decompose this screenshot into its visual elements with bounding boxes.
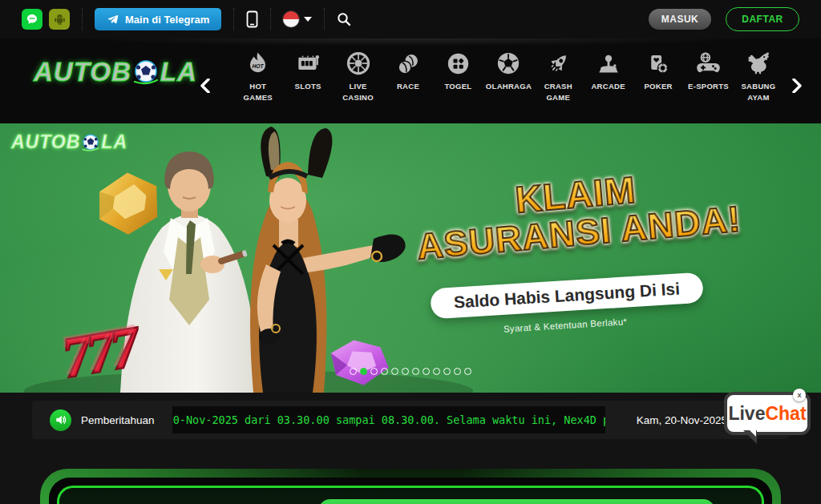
- indonesia-flag-icon: [283, 11, 299, 27]
- flame-hot-icon: HOT: [247, 48, 269, 75]
- hero-banner-slide[interactable]: 777 777 AUTOB LA KLAIM ASURANSI ANDA! Sa…: [0, 123, 821, 393]
- soccer-ball-icon: [496, 48, 520, 75]
- logo-text-right: LA: [160, 57, 197, 87]
- top-bar: Main di Telegram MASUK DAFTAR: [0, 0, 821, 38]
- livechat-label-live: Live: [728, 403, 765, 425]
- bottom-frame-green-border: [57, 486, 764, 504]
- mobile-phone-icon[interactable]: [246, 10, 258, 28]
- nav-item-label: ARCADE: [586, 81, 631, 92]
- divider: [82, 8, 83, 30]
- nav-item-sabung-ayam[interactable]: SABUNG AYAM: [734, 48, 783, 104]
- speaker-icon: [50, 409, 71, 431]
- nav-item-hot-games[interactable]: HOT HOT GAMES: [234, 48, 282, 104]
- nav-item-label: CRASH GAME: [536, 81, 580, 104]
- nav-item-label: POKER: [636, 81, 681, 92]
- soccer-ball-logo-icon: [132, 58, 160, 86]
- nav-item-label: TOGEL: [435, 81, 480, 92]
- topbar-right-group: MASUK DAFTAR: [649, 7, 799, 31]
- nav-item-esports[interactable]: E-SPORTS: [685, 48, 733, 104]
- carousel-dot-4[interactable]: [391, 368, 398, 375]
- nav-item-togel[interactable]: TOGEL: [434, 48, 482, 104]
- livechat-button[interactable]: LiveChat x: [724, 392, 811, 435]
- livechat-label-chat: Chat: [765, 403, 806, 425]
- notification-bar: Pemberitahuan 20-Nov-2025 dari 03.30.00 …: [32, 401, 789, 439]
- nav-scroll-right-button[interactable]: [789, 75, 805, 96]
- language-selector[interactable]: [283, 11, 312, 27]
- divider: [233, 8, 234, 30]
- search-icon[interactable]: [337, 12, 351, 26]
- bottom-frame-inner-band: [49, 478, 772, 504]
- livechat-widget: LiveChat x: [724, 392, 814, 435]
- carousel-dot-3[interactable]: [381, 368, 388, 375]
- topbar-left-group: Main di Telegram: [22, 8, 351, 30]
- svg-text:HOT: HOT: [253, 63, 265, 69]
- rocket-icon: [547, 48, 570, 75]
- notification-label: Pemberitahuan: [81, 414, 155, 426]
- nav-item-slots[interactable]: SLOTS: [284, 48, 332, 104]
- nav-item-label: SABUNG AYAM: [736, 81, 781, 104]
- carousel-dot-1[interactable]: [360, 368, 367, 375]
- race-balls-icon: [397, 48, 419, 75]
- nav-item-label: OLAHRAGA: [486, 81, 531, 92]
- carousel-dot-6[interactable]: [412, 368, 419, 375]
- carousel-dot-7[interactable]: [423, 368, 430, 375]
- nav-scroll-left-button[interactable]: [197, 75, 213, 96]
- carousel-dot-2[interactable]: [370, 368, 378, 375]
- livechat-bubble-tail: [743, 430, 757, 444]
- soccer-ball-logo-icon: [81, 133, 100, 152]
- nav-item-arcade[interactable]: ARCADE: [584, 48, 633, 104]
- chevron-down-icon: [304, 17, 312, 22]
- nav-item-label: SLOTS: [285, 81, 330, 92]
- gamepad-globe-icon: [696, 48, 721, 75]
- carousel-dot-10[interactable]: [454, 368, 461, 375]
- register-button[interactable]: DAFTAR: [726, 7, 799, 31]
- carousel-dot-8[interactable]: [433, 368, 440, 375]
- nav-item-label: RACE: [386, 81, 431, 92]
- nav-item-race[interactable]: RACE: [384, 48, 432, 104]
- rooster-icon: [747, 48, 770, 75]
- notification-marquee: 20-Nov-2025 dari 03.30.00 sampai 08.30.0…: [172, 406, 605, 433]
- nav-menu: HOT HOT GAMES SLOTS LIVE CASINO RACE: [234, 48, 783, 104]
- telegram-button[interactable]: Main di Telegram: [95, 8, 221, 30]
- bottom-frame-green-pill: [318, 499, 715, 504]
- login-button[interactable]: MASUK: [649, 9, 711, 30]
- notification-marquee-text: 20-Nov-2025 dari 03.30.00 sampai 08.30.0…: [172, 413, 605, 426]
- nav-item-crash-game[interactable]: CRASH GAME: [534, 48, 582, 104]
- nav-item-label: HOT GAMES: [236, 81, 281, 104]
- carousel-dot-5[interactable]: [402, 368, 409, 375]
- divider: [324, 8, 325, 30]
- android-icon[interactable]: [49, 9, 70, 30]
- divider: [270, 8, 271, 30]
- banner-logo-text-right: LA: [101, 131, 127, 153]
- joystick-icon: [597, 48, 621, 75]
- nav-item-poker[interactable]: POKER: [634, 48, 682, 104]
- carousel-dot-0[interactable]: [350, 368, 357, 375]
- lottery-ball-icon: [447, 48, 470, 75]
- site-logo[interactable]: AUTOB LA: [34, 48, 197, 96]
- chat-bubble-icon[interactable]: [22, 9, 42, 30]
- carousel-dot-11[interactable]: [464, 368, 471, 375]
- carousel-dot-9[interactable]: [443, 368, 451, 375]
- banner-logo: AUTOB LA: [11, 131, 127, 153]
- bottom-content-frame: [40, 469, 781, 504]
- nav-item-olahraga[interactable]: OLAHRAGA: [484, 48, 532, 104]
- cards-chip-icon: [647, 48, 669, 75]
- carousel-dots: [0, 368, 821, 375]
- roulette-icon: [346, 48, 370, 75]
- logo-text-left: AUTOB: [34, 57, 131, 87]
- nav-item-live-casino[interactable]: LIVE CASINO: [334, 48, 382, 104]
- notification-date: Kam, 20-Nov-2025: [637, 414, 727, 426]
- telegram-plane-icon: [107, 14, 119, 25]
- banner-logo-text-left: AUTOB: [11, 131, 80, 153]
- nav-item-label: E-SPORTS: [686, 81, 731, 92]
- livechat-close-button[interactable]: x: [793, 389, 806, 401]
- nav-item-label: LIVE CASINO: [336, 81, 381, 104]
- slot-machine-icon: [297, 48, 319, 75]
- telegram-button-label: Main di Telegram: [125, 14, 209, 26]
- main-navigation: AUTOB LA HOT HOT GAMES SLOTS LIVE CASINO: [0, 38, 821, 123]
